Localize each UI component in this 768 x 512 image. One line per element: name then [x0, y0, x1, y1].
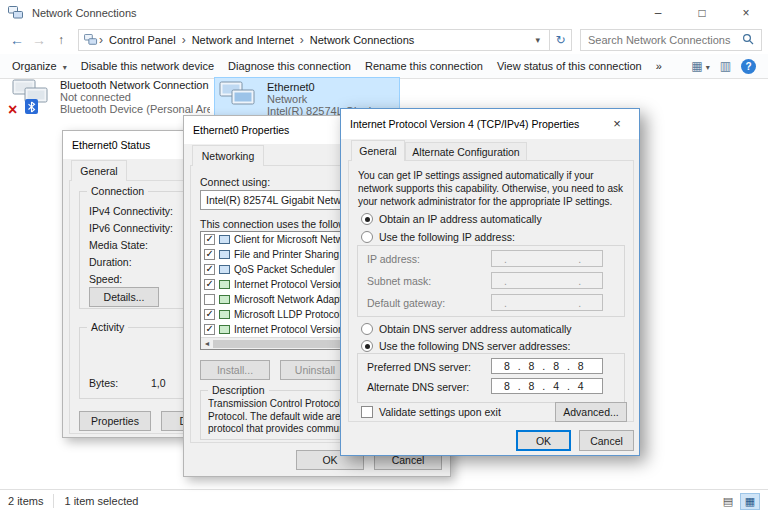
list-item-label: QoS Packet Scheduler	[234, 264, 335, 275]
preferred-dns-label: Preferred DNS server:	[367, 361, 471, 373]
subnet-mask-field[interactable]: . . .	[491, 272, 603, 289]
chevron-down-icon: ▾	[63, 63, 67, 72]
intro-text: You can get IP settings assigned automat…	[358, 169, 624, 208]
tab-general[interactable]: General	[71, 160, 127, 181]
window-titlebar[interactable]: Network Connections – □ ×	[0, 0, 768, 26]
ok-button[interactable]: OK	[516, 430, 571, 451]
bytes-label: Bytes:	[89, 377, 118, 389]
toolbar-overflow-button[interactable]: »	[656, 60, 662, 72]
validate-settings-checkbox[interactable]	[361, 406, 373, 418]
checkbox[interactable]	[204, 309, 215, 320]
organize-label: Organize	[12, 60, 57, 72]
bytes-value: 1,0	[151, 377, 166, 389]
disable-device-button[interactable]: Disable this network device	[81, 60, 214, 72]
help-icon[interactable]: ?	[741, 59, 756, 74]
selection-count: 1 item selected	[64, 495, 138, 507]
connection-device: Bluetooth Device (Personal Area ...	[60, 103, 210, 115]
cancel-button[interactable]: Cancel	[579, 430, 634, 451]
subnet-mask-label: Subnet mask:	[367, 275, 431, 287]
tab-general[interactable]: General	[351, 140, 405, 161]
address-bar-row: ← → ↑ › Control Panel › Network and Inte…	[0, 26, 768, 54]
address-bar[interactable]: › Control Panel › Network and Internet ›…	[78, 29, 550, 51]
media-state-label: Media State:	[89, 239, 148, 251]
connection-status: Not connected	[60, 91, 210, 103]
close-button[interactable]: ×	[724, 0, 768, 26]
refresh-button[interactable]: ↻	[550, 29, 572, 51]
tab-alternate-configuration[interactable]: Alternate Configuration	[405, 142, 527, 161]
address-dropdown-icon[interactable]: ▾	[531, 35, 544, 45]
use-dns-label: Use the following DNS server addresses:	[379, 340, 570, 352]
tab-networking[interactable]: Networking	[192, 145, 264, 166]
advanced-button[interactable]: Advanced...	[555, 402, 627, 422]
search-placeholder: Search Network Connections	[588, 34, 730, 46]
search-input[interactable]: Search Network Connections	[580, 29, 762, 51]
details-view-icon[interactable]: ▤	[718, 493, 738, 510]
command-toolbar: Organize ▾ Disable this network device D…	[0, 54, 768, 79]
network-client-icon	[219, 235, 230, 244]
alternate-dns-field[interactable]: 8 . 8 . 4 . 4	[491, 378, 603, 394]
scroll-left-icon[interactable]: ◄	[201, 340, 213, 347]
breadcrumb-item-network-connections[interactable]: Network Connections	[305, 34, 420, 46]
preview-pane-button[interactable]: ▥	[720, 59, 731, 73]
breadcrumb-item-network-and-internet[interactable]: Network and Internet	[187, 34, 299, 46]
checkbox[interactable]	[204, 249, 215, 260]
protocol-icon	[219, 325, 230, 334]
ip-address-field[interactable]: . . .	[491, 250, 603, 267]
ipv4-properties-dialog: Internet Protocol Version 4 (TCP/IPv4) P…	[340, 108, 640, 456]
bluetooth-connection-icon: ×	[12, 79, 52, 111]
location-icon	[84, 34, 98, 46]
use-dns-radio[interactable]	[361, 340, 373, 352]
details-button[interactable]: Details...	[89, 287, 159, 307]
change-view-button[interactable]: ▦▾	[691, 59, 709, 73]
use-ip-radio[interactable]	[361, 231, 373, 243]
checkbox[interactable]	[204, 324, 215, 335]
obtain-ip-label: Obtain an IP address automatically	[379, 213, 542, 225]
install-button[interactable]: Install...	[200, 360, 270, 380]
items-count: 2 items	[8, 495, 43, 507]
bluetooth-icon	[25, 99, 38, 114]
use-ip-label: Use the following IP address:	[379, 231, 515, 243]
file-sharing-icon	[219, 250, 230, 259]
properties-button[interactable]: Properties	[79, 411, 151, 431]
checkbox[interactable]	[204, 279, 215, 290]
ip-address-label: IP address:	[367, 253, 420, 265]
icons-view-icon[interactable]: ▦	[740, 493, 760, 510]
organize-button[interactable]: Organize ▾	[12, 60, 67, 72]
checkbox[interactable]	[204, 294, 215, 305]
ethernet-connection-icon	[219, 81, 259, 113]
obtain-dns-label: Obtain DNS server address automatically	[379, 323, 572, 335]
obtain-ip-radio[interactable]	[361, 213, 373, 225]
checkbox[interactable]	[204, 234, 215, 245]
close-button[interactable]: ×	[595, 109, 639, 138]
connect-using-label: Connect using:	[200, 176, 270, 188]
connection-item-bluetooth[interactable]: × Bluetooth Network Connection Not conne…	[12, 79, 210, 115]
dialog-title: Internet Protocol Version 4 (TCP/IPv4) P…	[350, 118, 579, 130]
scrollbar-thumb[interactable]	[213, 340, 343, 348]
validate-settings-label: Validate settings upon exit	[379, 406, 501, 418]
view-status-button[interactable]: View status of this connection	[497, 60, 642, 72]
dialog-title: Ethernet0 Properties	[193, 124, 289, 136]
preferred-dns-field[interactable]: 8 . 8 . 8 . 8	[491, 358, 603, 374]
up-button[interactable]: ↑	[50, 33, 72, 47]
adapter-multiplexor-icon	[219, 295, 230, 304]
search-icon[interactable]	[742, 33, 754, 47]
group-label-description: Description	[208, 384, 269, 396]
breadcrumb-item-control-panel[interactable]: Control Panel	[104, 34, 181, 46]
obtain-dns-radio[interactable]	[361, 323, 373, 335]
group-label-activity: Activity	[87, 321, 128, 333]
forward-button[interactable]: →	[28, 32, 50, 48]
status-bar: 2 items 1 item selected ▤ ▦	[0, 489, 768, 512]
ipv4-connectivity-label: IPv4 Connectivity:	[89, 205, 173, 217]
duration-label: Duration:	[89, 256, 132, 268]
connection-name: Bluetooth Network Connection	[60, 79, 210, 91]
dialog-title: Ethernet0 Status	[72, 139, 150, 151]
rename-connection-button[interactable]: Rename this connection	[365, 60, 483, 72]
divider	[53, 494, 54, 508]
qos-scheduler-icon	[219, 265, 230, 274]
diagnose-connection-button[interactable]: Diagnose this connection	[228, 60, 351, 72]
minimize-button[interactable]: –	[636, 0, 680, 26]
back-button[interactable]: ←	[6, 32, 28, 48]
default-gateway-field[interactable]: . . .	[491, 294, 603, 311]
checkbox[interactable]	[204, 264, 215, 275]
maximize-button[interactable]: □	[680, 0, 724, 26]
